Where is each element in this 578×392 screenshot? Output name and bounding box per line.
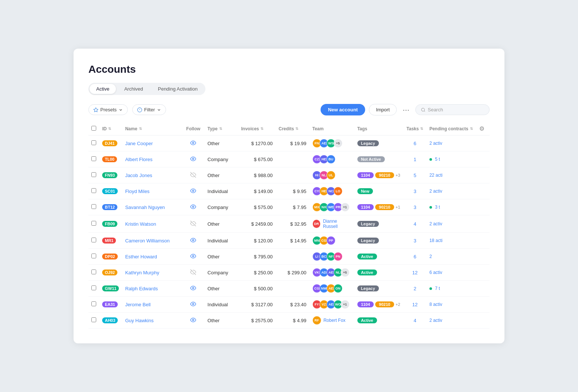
tasks-count[interactable]: 3 [413, 238, 416, 244]
account-name-link[interactable]: Guy Hawkins [125, 318, 154, 323]
more-options-button[interactable]: ⋯ [400, 104, 412, 115]
account-name-link[interactable]: Jerome Bell [125, 302, 151, 307]
account-invoices: $ 2575.00 [238, 313, 276, 329]
tag-badge: 90210 [375, 301, 394, 307]
row-checkbox[interactable] [91, 156, 96, 161]
presets-button[interactable]: Presets [88, 104, 128, 115]
tasks-count[interactable]: 3 [413, 205, 416, 210]
eye-icon[interactable] [190, 301, 196, 307]
row-checkbox[interactable] [91, 254, 96, 258]
row-checkbox[interactable] [91, 172, 96, 177]
tag-badge: 1104 [357, 204, 374, 210]
col-header-type[interactable]: Type⇅ [205, 122, 238, 135]
pending-contracts-value[interactable]: 2 activ [429, 189, 442, 194]
account-type: Individual [205, 233, 238, 249]
online-dot [429, 287, 432, 290]
eye-icon[interactable] [190, 188, 196, 194]
tab-pending-activation[interactable]: Pending Activation [151, 84, 204, 94]
account-name-link[interactable]: Cameron Williamson [125, 238, 170, 244]
new-account-button[interactable]: New account [321, 104, 365, 115]
tasks-count[interactable]: 1 [413, 157, 416, 162]
search-input[interactable] [428, 107, 484, 112]
row-checkbox[interactable] [91, 221, 96, 226]
pending-contracts-value[interactable]: 2 activ [429, 221, 442, 226]
row-checkbox[interactable] [91, 270, 96, 274]
tag-badge: Legacy [357, 285, 379, 291]
eye-slash-icon[interactable] [190, 172, 196, 178]
eye-icon[interactable] [190, 156, 196, 162]
row-checkbox[interactable] [91, 188, 96, 193]
account-type: Company [205, 199, 238, 215]
tasks-count[interactable]: 3 [413, 189, 416, 194]
pending-contracts-value[interactable]: 3 t [435, 205, 440, 210]
eye-icon[interactable] [190, 140, 196, 146]
pending-contracts-value[interactable]: 7 t [435, 286, 440, 291]
tab-active[interactable]: Active [90, 84, 116, 94]
col-header-credits[interactable]: Credits⇅ [276, 122, 309, 135]
pending-contracts-value[interactable]: 5 t [435, 157, 440, 162]
eye-icon[interactable] [190, 253, 196, 259]
tasks-count[interactable]: 2 [413, 286, 416, 291]
account-id-badge: DP02 [102, 254, 118, 259]
pending-contracts-cell: 2 activ [429, 141, 473, 146]
import-button[interactable]: Import [369, 104, 397, 115]
account-name-link[interactable]: Ralph Edwards [125, 286, 158, 291]
tasks-count[interactable]: 6 [413, 141, 416, 146]
tasks-count[interactable]: 5 [413, 173, 416, 178]
tasks-count[interactable]: 6 [413, 254, 416, 259]
team-ref-name[interactable]: Robert Fox [324, 318, 345, 323]
row-checkbox[interactable] [91, 317, 96, 322]
col-header-invoices[interactable]: Invoices⇅ [238, 122, 276, 135]
team-ref-name[interactable]: Dianne Russell [323, 219, 351, 229]
account-name-link[interactable]: Esther Howard [125, 254, 157, 259]
col-header-pending-contracts[interactable]: Pending contracts⇅ [426, 122, 476, 135]
pending-contracts-value[interactable]: 2 activ [429, 318, 442, 323]
row-checkbox[interactable] [91, 140, 96, 145]
eye-icon[interactable] [190, 204, 196, 210]
filter-button[interactable]: Filter [132, 104, 166, 115]
sort-icon-credits: ⇅ [295, 127, 298, 131]
col-header-id[interactable]: ID⇅ [99, 122, 122, 135]
pending-contracts-value[interactable]: 22 acti [429, 173, 442, 178]
eye-slash-icon[interactable] [190, 220, 196, 226]
col-header-name[interactable]: Name⇅ [122, 122, 182, 135]
toolbar-right: New account Import ⋯ [321, 104, 490, 115]
pending-contracts-value[interactable]: 2 [429, 254, 432, 259]
pending-contracts-value[interactable]: 8 activ [429, 302, 442, 307]
tag-badge: 1104 [357, 301, 374, 307]
pending-contracts-value[interactable]: 6 activ [429, 270, 442, 275]
account-name-link[interactable]: Kathryn Murphy [125, 270, 159, 275]
row-checkbox[interactable] [91, 238, 96, 242]
account-name-link[interactable]: Floyd Miles [125, 189, 150, 194]
select-all-checkbox[interactable] [91, 126, 96, 131]
row-gear-cell [476, 281, 490, 297]
account-name-link[interactable]: Jacob Jones [125, 173, 152, 178]
eye-icon[interactable] [190, 285, 196, 291]
tab-archived[interactable]: Archived [117, 84, 150, 94]
eye-icon[interactable] [190, 317, 196, 323]
col-header-tasks[interactable]: Tasks⇅ [403, 122, 426, 135]
row-checkbox[interactable] [91, 285, 96, 290]
tasks-count[interactable]: 4 [413, 318, 416, 323]
eye-slash-icon[interactable] [190, 269, 196, 275]
row-gear-cell [476, 265, 490, 281]
pending-contracts-value[interactable]: 2 activ [429, 141, 442, 146]
column-settings-button[interactable]: ⚙ [479, 125, 484, 132]
row-checkbox[interactable] [91, 301, 96, 306]
account-name-link[interactable]: Albert Flores [125, 157, 153, 162]
account-name-link[interactable]: Savannah Nguyen [125, 205, 165, 210]
tags-group: 110490210+3 [357, 172, 401, 178]
tasks-count[interactable]: 12 [412, 270, 418, 275]
pending-contracts-cell: 3 t [429, 205, 473, 210]
tasks-count[interactable]: 12 [412, 302, 418, 307]
pending-contracts-value[interactable]: 18 acti [429, 238, 442, 243]
account-id-badge: DJ41 [102, 140, 117, 146]
row-checkbox[interactable] [91, 204, 96, 209]
online-dot [429, 206, 432, 209]
row-gear-cell [476, 215, 490, 233]
account-name-link[interactable]: Jane Cooper [125, 141, 153, 146]
row-gear-cell [476, 249, 490, 265]
eye-icon[interactable] [190, 237, 196, 243]
tasks-count[interactable]: 4 [413, 221, 416, 227]
account-name-link[interactable]: Kristin Watson [125, 221, 156, 227]
